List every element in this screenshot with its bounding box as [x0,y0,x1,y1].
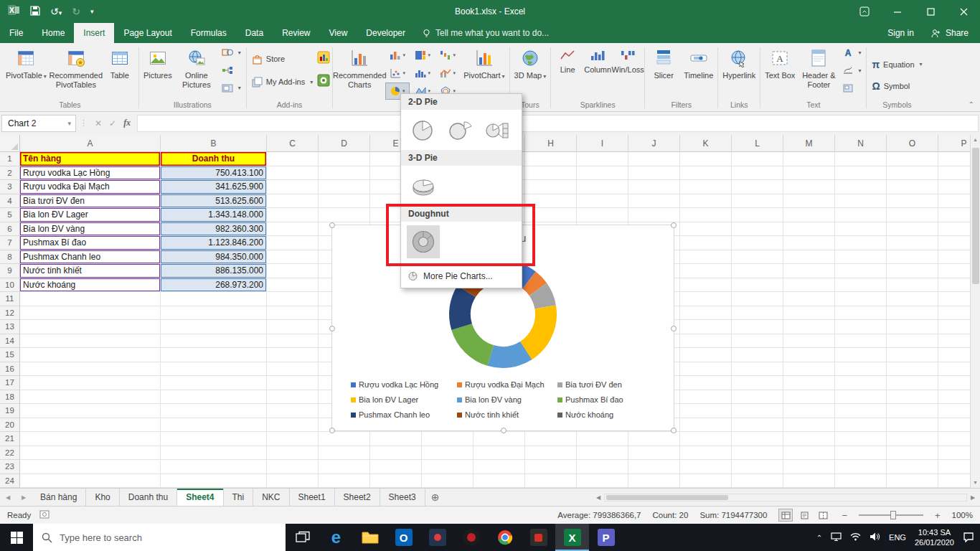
language-indicator[interactable]: ENG [889,533,906,542]
cell[interactable]: Bia tươi ĐV đen [20,194,161,209]
cell[interactable] [938,222,970,237]
sheet-nav-right-icon[interactable]: ▶ [16,489,32,506]
cell[interactable] [473,432,525,446]
cell[interactable] [732,334,783,349]
cell[interactable] [835,446,887,461]
new-sheet-button[interactable]: ⊕ [425,489,446,506]
row-header[interactable]: 14 [0,334,20,349]
cell[interactable] [628,194,680,209]
cell[interactable] [370,446,422,461]
cell[interactable] [319,460,370,474]
cell[interactable] [938,404,970,418]
cell[interactable] [732,166,783,181]
ribbon-tab-data[interactable]: Data [236,23,273,43]
cell[interactable] [732,222,783,237]
cell[interactable] [577,180,628,194]
cell[interactable] [161,334,267,349]
cell[interactable] [680,460,732,474]
cell[interactable] [680,348,732,362]
cell[interactable] [783,334,835,349]
cell[interactable] [680,320,732,334]
insert-column-chart-button[interactable]: ▾ [385,47,410,64]
row-header[interactable]: 24 [0,474,20,489]
online-pictures-button[interactable]: Online Pictures [176,45,217,98]
cell[interactable] [267,418,319,433]
taskbar-app-1[interactable] [420,524,454,551]
taskbar-app-chrome[interactable] [488,524,522,551]
cell[interactable] [680,194,732,209]
cell[interactable] [783,222,835,237]
table-button[interactable]: Table [103,45,136,98]
status-count[interactable]: Count: 20 [653,511,689,519]
smartart-button[interactable] [219,63,244,78]
row-header[interactable]: 12 [0,306,20,321]
addin-shortcut-icon-2[interactable] [317,74,330,90]
quick-access-dropdown-icon[interactable]: ▾ [90,9,94,15]
column-header[interactable]: D [319,135,370,152]
row-header[interactable]: 2 [0,166,20,181]
cell[interactable] [473,474,525,489]
cell[interactable] [161,404,267,418]
formula-input[interactable] [137,115,979,132]
cell[interactable] [732,348,783,362]
cell[interactable] [525,180,577,194]
column-header[interactable]: J [628,135,680,152]
chart-resize-handle[interactable] [501,428,507,433]
symbol-button[interactable]: ΩSymbol [869,78,913,94]
cell[interactable]: Nước tinh khiết [20,264,161,278]
ribbon-tab-insert[interactable]: Insert [74,23,114,43]
cell[interactable] [680,306,732,321]
cell[interactable] [938,250,970,265]
cell[interactable] [680,166,732,181]
cell[interactable] [267,432,319,446]
cell[interactable] [422,446,473,461]
cell[interactable] [887,320,938,334]
sparkline-line-button[interactable]: Line [553,45,582,75]
cell[interactable] [577,446,628,461]
chart-resize-handle[interactable] [671,326,677,331]
tray-pc-icon[interactable] [831,532,842,543]
cell[interactable] [267,362,319,377]
cell[interactable]: 268.973.200 [161,278,267,293]
chart-resize-handle[interactable] [329,428,335,433]
cell[interactable] [267,152,319,166]
cell[interactable] [783,432,835,446]
cell[interactable] [680,292,732,306]
enter-button[interactable]: ✓ [105,118,120,128]
page-break-view-button[interactable] [816,509,830,522]
cell[interactable] [887,404,938,418]
cell[interactable] [267,208,319,222]
legend-item[interactable]: Bia tươi ĐV đen [557,380,665,389]
cell[interactable] [628,152,680,166]
ribbon-tab-home[interactable]: Home [32,23,74,43]
cell[interactable] [161,348,267,362]
cell[interactable] [680,404,732,418]
wordart-button[interactable]: A▾ [840,45,864,60]
legend-item[interactable]: Pushmax Chanh leo [351,410,457,419]
cell[interactable] [887,418,938,433]
cell[interactable] [267,250,319,265]
collapse-ribbon-icon[interactable]: ⌃ [969,100,974,108]
scroll-left-icon[interactable]: ◀ [593,494,604,501]
my-addins-button[interactable]: My Add-ins▾ [249,74,316,90]
cell[interactable] [680,236,732,250]
column-header[interactable]: K [680,135,732,152]
equation-button[interactable]: πEquation▾ [869,57,925,72]
cell[interactable] [161,292,267,306]
row-header[interactable]: 7 [0,236,20,250]
cell[interactable]: Bia lon ĐV vàng [20,222,161,237]
cell[interactable] [319,180,370,194]
select-all-corner[interactable] [0,135,20,152]
cell[interactable] [732,236,783,250]
recommended-charts-button[interactable]: Recommended Charts [335,45,384,98]
pie-3d-button[interactable] [407,169,440,202]
more-pie-charts-button[interactable]: More Pie Charts... [401,267,522,286]
cell[interactable]: Bia lon ĐV Lager [20,208,161,222]
volume-icon[interactable] [870,532,880,542]
cell[interactable] [20,320,161,334]
zoom-slider-thumb[interactable] [890,511,896,519]
cell[interactable] [938,166,970,181]
cell[interactable] [161,460,267,474]
cell[interactable] [835,320,887,334]
save-icon[interactable] [30,6,40,17]
